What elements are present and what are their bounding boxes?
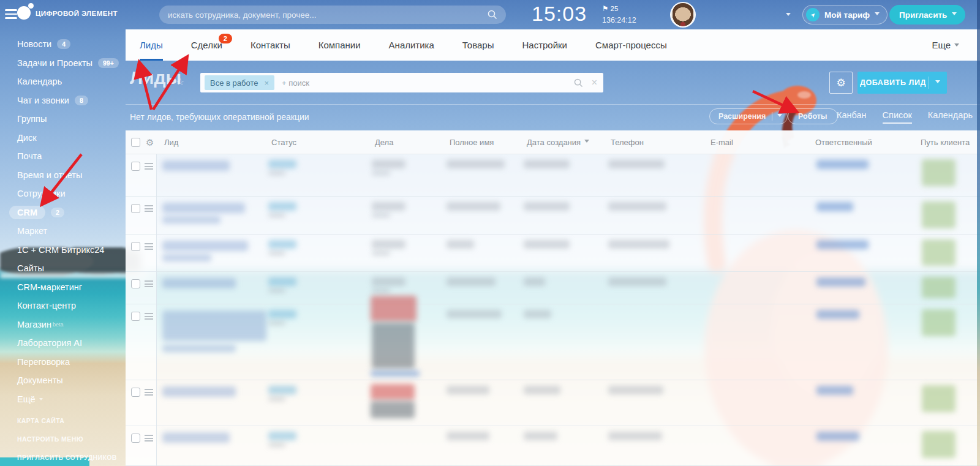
sidebar-footer-item[interactable]: НАСТРОИТЬ МЕНЮ [0,430,123,448]
view-календарь[interactable]: Календарь [928,110,973,124]
tab-сделки[interactable]: Сделки2 [191,29,222,61]
row-menu-icon[interactable] [145,205,153,214]
sidebar-item-чат-и-звонки[interactable]: Чат и звонки8 [0,91,123,110]
column-header[interactable]: E-mail [710,138,733,147]
row-menu-icon[interactable] [145,163,153,171]
sidebar-item-документы[interactable]: Документы [0,371,123,390]
filter-search-input[interactable] [282,78,574,88]
invite-button[interactable]: Пригласить [889,5,965,24]
row-checkbox[interactable] [131,434,140,443]
table-row[interactable] [126,235,980,272]
row-checkbox[interactable] [131,162,140,171]
grid-settings-icon[interactable]: ⚙ [146,137,154,148]
add-lead-caret-icon[interactable] [935,80,940,86]
sidebar-item-ещ-[interactable]: Ещё [0,390,123,409]
blurred-cell [268,171,285,175]
tab-смарт-процессы[interactable]: Смарт-процессы [595,29,667,61]
column-header[interactable]: Лид [164,138,178,147]
blurred-cell [922,159,956,186]
row-checkbox[interactable] [131,279,140,288]
tab-контакты[interactable]: Контакты [251,29,290,61]
table-row[interactable] [126,197,980,235]
sidebar-item-crm-маркетинг[interactable]: CRM-маркетинг [0,278,123,297]
table-row[interactable] [126,304,980,380]
sidebar-item-календарь[interactable]: Календарь [0,72,123,91]
filter-search-icon[interactable] [574,78,583,88]
sidebar-item-новости[interactable]: Новости4 [0,35,123,54]
sidebar-item-лаборатория-ai[interactable]: Лаборатория AI [0,334,123,353]
tab-компании[interactable]: Компании [318,29,361,61]
tab-more[interactable]: Еще [932,29,980,61]
extensions-button[interactable]: Расширения [709,108,788,124]
settings-button[interactable]: ⚙ [829,72,853,94]
blurred-cell [372,240,405,249]
blurred-cell [524,386,560,394]
select-all-checkbox[interactable] [131,138,140,147]
column-header[interactable]: Полное имя [450,138,494,147]
portal-logo-text[interactable]: ЦИФРОВОЙ ЭЛЕМЕНТ [36,10,118,17]
sidebar-footer-item[interactable]: ПРИГЛАСИТЬ СОТРУДНИКОВ [0,448,123,466]
sidebar-item-сайты[interactable]: Сайты [0,259,123,278]
column-header[interactable]: Ответственный [815,138,872,147]
filter-clear-icon[interactable]: × [592,77,597,88]
global-search-bar[interactable] [159,6,506,24]
row-checkbox[interactable] [131,312,140,321]
filter-search-bar[interactable]: Все в работе × × [200,73,603,92]
search-icon[interactable] [488,10,497,20]
column-header[interactable]: Дата создания [527,138,589,147]
blurred-cell [162,310,266,341]
table-row[interactable] [126,426,980,466]
tab-товары[interactable]: Товары [462,29,494,61]
sidebar-item-1с-crm-битрикс24[interactable]: 1С + CRM Битрикс24 [0,241,123,260]
filter-chip[interactable]: Все в работе × [205,75,274,90]
avatar[interactable] [671,3,695,26]
chip-remove-icon[interactable]: × [264,78,269,88]
sidebar-item-группы[interactable]: Группы [0,110,123,129]
sidebar-item-label: CRM [9,206,45,219]
row-menu-icon[interactable] [145,389,153,397]
robots-button[interactable]: Роботы [788,108,838,124]
sidebar-footer-item[interactable]: КАРТА САЙТА [0,412,123,430]
column-header[interactable]: Дела [375,138,393,147]
table-row[interactable] [126,154,980,197]
row-menu-icon[interactable] [145,435,153,443]
row-menu-icon[interactable] [145,243,153,252]
table-row[interactable] [126,272,980,304]
sidebar-item-диск[interactable]: Диск [0,129,123,148]
scrollbar-strip[interactable] [977,0,980,466]
work-time-clock[interactable]: 15:03 [532,2,587,26]
sidebar-item-сотрудники[interactable]: Сотрудники [0,184,123,203]
sidebar-item-маркет[interactable]: Маркет [0,222,123,241]
user-menu-caret-icon[interactable] [786,13,791,18]
column-header[interactable]: Телефон [611,138,644,147]
menu-toggle-icon[interactable] [5,9,17,20]
sidebar-item-задачи-и-проекты[interactable]: Задачи и Проекты99+ [0,54,123,73]
row-checkbox[interactable] [131,388,140,397]
view-канбан[interactable]: Канбан [837,110,867,124]
row-menu-icon[interactable] [145,280,153,289]
row-menu-icon[interactable] [145,313,153,321]
sidebar-item-магазин[interactable]: Магазинbeta [0,315,123,334]
blurred-cell [447,202,500,211]
global-search-input[interactable] [168,10,488,20]
sidebar-badge: 4 [57,39,70,49]
sidebar-item-crm[interactable]: CRM2 [0,203,123,222]
sidebar-item-контакт-центр[interactable]: Контакт-центр [0,296,123,315]
tab-лиды[interactable]: Лиды [140,29,163,61]
column-header[interactable]: Статус [271,138,296,147]
add-lead-button[interactable]: ДОБАВИТЬ ЛИД [858,72,947,94]
row-checkbox[interactable] [131,242,140,251]
planner-flag[interactable]: ⚑ 25 [602,4,618,13]
view-список[interactable]: Список [883,110,912,124]
table-row[interactable] [126,380,980,426]
favorite-star-icon[interactable]: ☆ [176,76,184,88]
sidebar-item-переговорка[interactable]: Переговорка [0,353,123,372]
sidebar-item-почта[interactable]: Почта [0,147,123,166]
column-header[interactable]: Путь клиента [921,138,970,147]
tab-аналитика[interactable]: Аналитика [389,29,434,61]
tab-настройки[interactable]: Настройки [522,29,567,61]
sidebar-item-время-и-отчеты[interactable]: Время и отчеты [0,166,123,185]
row-checkbox[interactable] [131,204,140,213]
work-timer[interactable]: 136:24:12 [602,16,636,24]
my-plan-button[interactable]: ➤ Мой тариф [802,5,888,24]
